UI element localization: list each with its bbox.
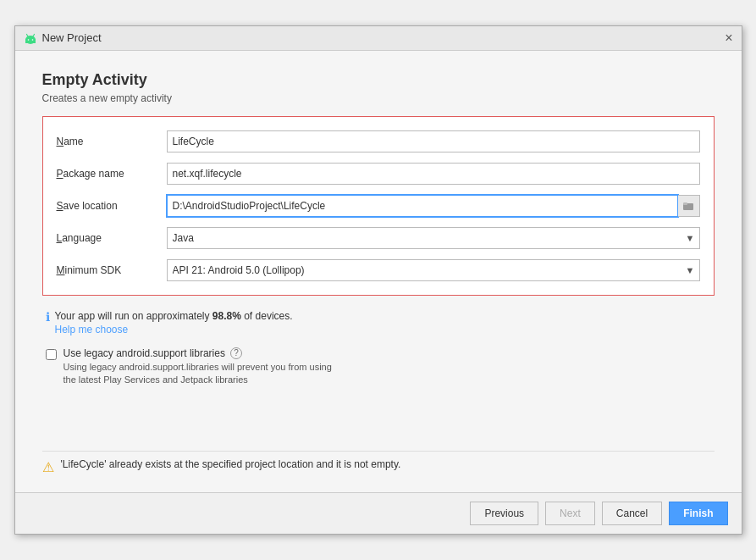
new-project-window: New Project × Empty Activity Creates a n… xyxy=(14,25,742,535)
form-container: Name Package name Save location xyxy=(42,116,715,296)
device-coverage-info: ℹ Your app will run on approximately 98.… xyxy=(46,309,715,335)
warning-text: 'LifeCycle' already exists at the specif… xyxy=(61,458,401,470)
title-bar-left: New Project xyxy=(24,31,102,45)
min-sdk-row: Minimum SDK API 16: Android 4.1 (Jelly B… xyxy=(57,259,700,281)
folder-icon xyxy=(683,202,693,210)
name-input[interactable] xyxy=(167,130,700,152)
min-sdk-select-wrapper: API 16: Android 4.1 (Jelly Bean) API 17:… xyxy=(167,259,700,281)
info-icon: ℹ xyxy=(46,310,50,324)
info-text-before: Your app will run on approximately xyxy=(55,310,212,322)
close-button[interactable]: × xyxy=(725,31,732,45)
svg-point-3 xyxy=(31,39,33,41)
package-row: Package name xyxy=(57,163,700,185)
previous-button[interactable]: Previous xyxy=(470,502,538,525)
content-area: Empty Activity Creates a new empty activ… xyxy=(15,51,742,493)
name-label: Name xyxy=(57,136,167,147)
language-select-wrapper: Java Kotlin ▼ xyxy=(167,227,700,249)
language-label: Language xyxy=(57,232,167,244)
package-label-underline: P xyxy=(57,168,63,180)
section-subtitle: Creates a new empty activity xyxy=(42,92,715,104)
name-row: Name xyxy=(57,130,700,152)
info-text-after: of devices. xyxy=(241,310,293,322)
legacy-checkbox-section: Use legacy android.support libraries ? U… xyxy=(46,347,715,387)
help-question-icon[interactable]: ? xyxy=(230,347,242,359)
section-title: Empty Activity xyxy=(42,71,715,89)
svg-line-5 xyxy=(33,34,35,36)
legacy-checkbox[interactable] xyxy=(46,349,57,360)
warning-icon: ⚠ xyxy=(42,459,54,475)
name-label-underline: N xyxy=(57,136,64,147)
package-label: Package name xyxy=(57,168,167,180)
legacy-checkbox-label: Use legacy android.support libraries xyxy=(63,347,225,359)
save-location-row: Save location xyxy=(57,195,700,217)
min-sdk-label: Minimum SDK xyxy=(57,264,167,276)
min-sdk-select[interactable]: API 16: Android 4.1 (Jelly Bean) API 17:… xyxy=(167,259,700,281)
info-text-block: Your app will run on approximately 98.8%… xyxy=(55,309,293,335)
title-bar: New Project × xyxy=(15,26,742,51)
info-text: Your app will run on approximately 98.8%… xyxy=(55,310,293,322)
window-title: New Project xyxy=(42,31,102,44)
language-row: Language Java Kotlin ▼ xyxy=(57,227,700,249)
save-label-underline: S xyxy=(57,200,63,212)
cancel-button[interactable]: Cancel xyxy=(602,502,662,525)
svg-point-2 xyxy=(27,39,29,41)
svg-rect-1 xyxy=(25,39,36,43)
coverage-percentage: 98.8% xyxy=(212,310,241,322)
save-location-input[interactable] xyxy=(167,195,678,217)
legacy-checkbox-label-row: Use legacy android.support libraries ? xyxy=(63,347,332,359)
language-select[interactable]: Java Kotlin xyxy=(167,227,700,249)
warning-section: ⚠ 'LifeCycle' already exists at the spec… xyxy=(42,451,715,479)
language-label-underline: L xyxy=(57,232,63,244)
min-sdk-label-underline: M xyxy=(57,264,65,276)
browse-folder-button[interactable] xyxy=(678,195,700,217)
package-input[interactable] xyxy=(167,163,700,185)
vertical-spacer xyxy=(42,393,715,444)
save-label: Save location xyxy=(57,200,167,212)
legacy-checkbox-description: Using legacy android.support.libraries w… xyxy=(63,361,332,387)
footer: Previous Next Cancel Finish xyxy=(15,492,742,534)
next-button[interactable]: Next xyxy=(545,502,595,525)
finish-button[interactable]: Finish xyxy=(669,502,727,525)
save-location-input-group xyxy=(167,195,700,217)
svg-line-4 xyxy=(26,34,28,36)
svg-rect-7 xyxy=(683,202,687,205)
android-logo-icon xyxy=(24,31,37,45)
help-me-choose-link[interactable]: Help me choose xyxy=(55,324,293,335)
legacy-checkbox-text: Use legacy android.support libraries ? U… xyxy=(63,347,332,387)
